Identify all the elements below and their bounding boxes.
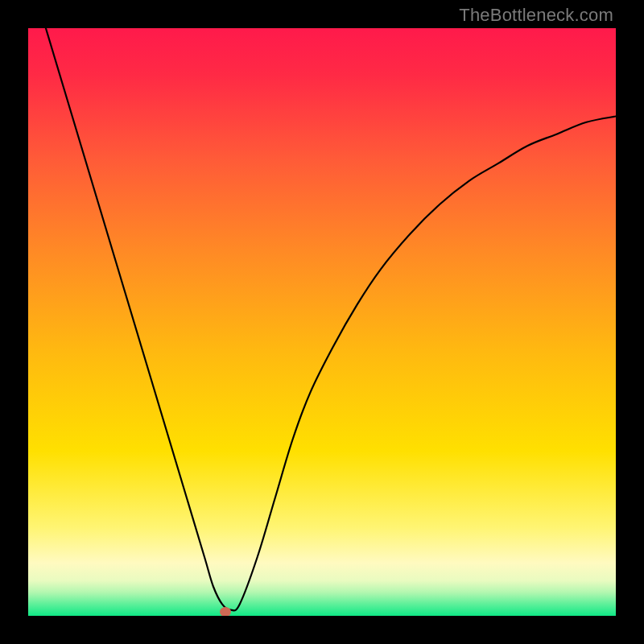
chart-plot-area <box>28 28 616 616</box>
watermark-text: TheBottleneck.com <box>459 5 613 26</box>
bottleneck-curve <box>28 28 616 616</box>
optimal-point-marker <box>220 607 231 616</box>
